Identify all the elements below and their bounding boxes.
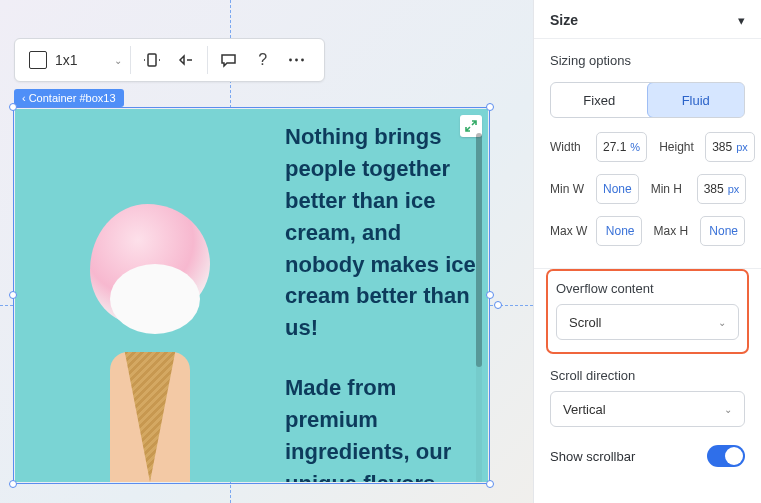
chevron-left-icon: ‹ [22,92,26,104]
minw-label: Min W [550,182,590,196]
floating-toolbar: 1x1 ⌄ ? [14,38,325,82]
selection-handle-e[interactable] [486,291,494,299]
canvas-area: 1x1 ⌄ ? ‹ Container #box13 [0,0,533,503]
overflow-value: Scroll [569,315,602,330]
svg-point-3 [301,59,304,62]
selection-handle-ne[interactable] [486,103,494,111]
breadcrumb-tag[interactable]: ‹ Container #box13 [14,89,124,107]
selection-outline [13,107,490,484]
chevron-down-icon: ⌄ [724,404,732,415]
comment-button[interactable] [216,47,242,73]
scroll-direction-label: Scroll direction [534,354,761,389]
svg-point-1 [289,59,292,62]
align-icon [177,51,195,69]
width-input[interactable]: 27.1 % [596,132,647,162]
more-button[interactable] [284,47,310,73]
stretch-icon [143,51,161,69]
overflow-highlight: Overflow content Scroll ⌄ [546,269,749,354]
comment-icon [220,52,237,69]
separator [130,46,131,74]
section-title: Size [550,12,578,28]
svg-rect-0 [148,54,156,66]
height-label: Height [659,140,699,154]
aspect-ratio-selector[interactable]: 1x1 ⌄ [23,51,128,69]
minw-input[interactable]: None [596,174,639,204]
selection-handle-sw[interactable] [9,480,17,488]
width-value: 27.1 [603,140,626,154]
height-unit[interactable]: px [736,141,748,153]
size-section-header[interactable]: Size ▾ [534,0,761,38]
height-input[interactable]: 385 px [705,132,755,162]
maxw-label: Max W [550,224,590,238]
maxh-value: None [709,224,738,238]
aspect-ratio-label: 1x1 [55,52,78,68]
selection-handle-se[interactable] [486,480,494,488]
selection-handle-nw[interactable] [9,103,17,111]
width-unit[interactable]: % [630,141,640,153]
sizing-fluid-option[interactable]: Fluid [647,82,746,118]
overflow-select[interactable]: Scroll ⌄ [556,304,739,340]
align-button[interactable] [173,47,199,73]
more-icon [288,58,305,62]
height-value: 385 [712,140,732,154]
minw-value: None [603,182,632,196]
minh-input[interactable]: 385 px [697,174,747,204]
maxw-value: None [606,224,635,238]
stretch-button[interactable] [139,47,165,73]
sizing-mode-toggle: Fixed Fluid [550,82,745,118]
minh-value: 385 [704,182,724,196]
maxw-input[interactable]: None [596,216,642,246]
selection-handle-w[interactable] [9,291,17,299]
scroll-direction-select[interactable]: Vertical ⌄ [550,391,745,427]
selection-handle-e2[interactable] [494,301,502,309]
square-icon [29,51,47,69]
sizing-options-label: Sizing options [534,39,761,76]
minh-label: Min H [651,182,691,196]
maxh-input[interactable]: None [700,216,746,246]
collapse-icon: ▾ [738,13,745,28]
width-label: Width [550,140,590,154]
show-scrollbar-label: Show scrollbar [550,449,635,464]
overflow-label: Overflow content [552,281,743,302]
minh-unit[interactable]: px [728,183,740,195]
chevron-down-icon: ⌄ [718,317,726,328]
svg-point-2 [295,59,298,62]
help-button[interactable]: ? [250,47,276,73]
sizing-fixed-option[interactable]: Fixed [551,83,648,117]
show-scrollbar-toggle[interactable] [707,445,745,467]
inspector-panel: Size ▾ Sizing options Fixed Fluid Width … [533,0,761,503]
maxh-label: Max H [654,224,694,238]
separator [207,46,208,74]
scroll-direction-value: Vertical [563,402,606,417]
breadcrumb-label: Container #box13 [29,92,116,104]
chevron-down-icon: ⌄ [114,55,122,66]
dimension-grid: Width 27.1 % Height 385 px Min W None [534,132,761,268]
